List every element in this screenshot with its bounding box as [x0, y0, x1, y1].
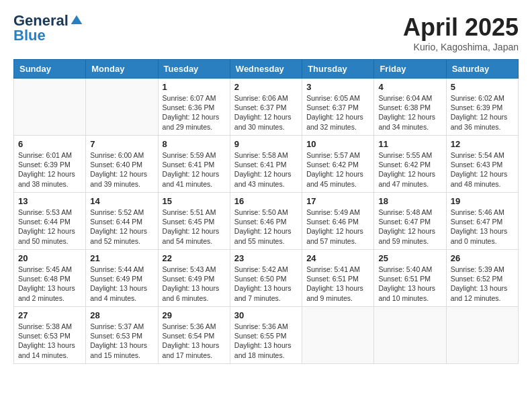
calendar-cell: 13Sunrise: 5:53 AM Sunset: 6:44 PM Dayli… — [14, 193, 86, 250]
calendar-cell: 19Sunrise: 5:46 AM Sunset: 6:47 PM Dayli… — [446, 193, 518, 250]
day-info: Sunrise: 6:07 AM Sunset: 6:36 PM Dayligh… — [163, 93, 226, 132]
day-number: 8 — [163, 139, 226, 149]
day-info: Sunrise: 5:59 AM Sunset: 6:41 PM Dayligh… — [163, 150, 226, 189]
calendar-cell: 26Sunrise: 5:39 AM Sunset: 6:52 PM Dayli… — [446, 250, 518, 307]
day-number: 27 — [18, 310, 81, 320]
day-number: 4 — [378, 82, 441, 92]
day-number: 20 — [18, 253, 81, 263]
day-info: Sunrise: 5:55 AM Sunset: 6:42 PM Dayligh… — [378, 150, 441, 189]
calendar-cell: 15Sunrise: 5:51 AM Sunset: 6:45 PM Dayli… — [158, 193, 230, 250]
calendar-cell: 17Sunrise: 5:49 AM Sunset: 6:46 PM Dayli… — [302, 193, 374, 250]
day-of-week-header: Tuesday — [158, 60, 230, 79]
day-of-week-header: Monday — [86, 60, 158, 79]
subtitle: Kurio, Kagoshima, Japan — [403, 42, 519, 52]
day-number: 2 — [234, 82, 298, 92]
calendar-cell: 24Sunrise: 5:41 AM Sunset: 6:51 PM Dayli… — [302, 250, 374, 307]
day-info: Sunrise: 5:52 AM Sunset: 6:44 PM Dayligh… — [90, 208, 153, 246]
logo-blue-text: Blue — [13, 27, 46, 44]
day-info: Sunrise: 5:58 AM Sunset: 6:41 PM Dayligh… — [234, 150, 298, 189]
calendar-cell — [14, 79, 86, 136]
day-of-week-header: Saturday — [446, 60, 518, 79]
month-title: April 2025 — [403, 13, 519, 42]
day-info: Sunrise: 5:42 AM Sunset: 6:50 PM Dayligh… — [234, 265, 298, 303]
calendar-cell: 8Sunrise: 5:59 AM Sunset: 6:41 PM Daylig… — [158, 136, 230, 193]
day-number: 23 — [234, 253, 298, 263]
calendar-cell: 2Sunrise: 6:06 AM Sunset: 6:37 PM Daylig… — [230, 79, 302, 136]
calendar-cell: 28Sunrise: 5:37 AM Sunset: 6:53 PM Dayli… — [86, 307, 158, 364]
calendar-cell: 7Sunrise: 6:00 AM Sunset: 6:40 PM Daylig… — [86, 136, 158, 193]
title-section: April 2025 Kurio, Kagoshima, Japan — [403, 13, 519, 52]
calendar-cell: 6Sunrise: 6:01 AM Sunset: 6:39 PM Daylig… — [14, 136, 86, 193]
calendar-cell: 9Sunrise: 5:58 AM Sunset: 6:41 PM Daylig… — [230, 136, 302, 193]
calendar-cell: 14Sunrise: 5:52 AM Sunset: 6:44 PM Dayli… — [86, 193, 158, 250]
day-number: 19 — [451, 196, 514, 206]
calendar-cell: 5Sunrise: 6:02 AM Sunset: 6:39 PM Daylig… — [446, 79, 518, 136]
day-number: 10 — [306, 139, 369, 149]
day-info: Sunrise: 6:04 AM Sunset: 6:38 PM Dayligh… — [378, 93, 441, 132]
day-info: Sunrise: 5:37 AM Sunset: 6:53 PM Dayligh… — [90, 322, 153, 360]
logo: General Blue — [13, 13, 83, 44]
day-number: 11 — [378, 139, 441, 149]
day-number: 24 — [306, 253, 369, 263]
calendar-cell: 11Sunrise: 5:55 AM Sunset: 6:42 PM Dayli… — [374, 136, 446, 193]
day-number: 21 — [90, 253, 153, 263]
day-number: 13 — [18, 196, 81, 206]
day-info: Sunrise: 5:51 AM Sunset: 6:45 PM Dayligh… — [163, 208, 226, 246]
calendar-cell: 22Sunrise: 5:43 AM Sunset: 6:49 PM Dayli… — [158, 250, 230, 307]
day-info: Sunrise: 5:43 AM Sunset: 6:49 PM Dayligh… — [163, 265, 226, 303]
calendar-cell: 20Sunrise: 5:45 AM Sunset: 6:48 PM Dayli… — [14, 250, 86, 307]
logo-icon — [70, 14, 83, 28]
day-info: Sunrise: 5:57 AM Sunset: 6:42 PM Dayligh… — [306, 150, 369, 189]
calendar-week-row: 13Sunrise: 5:53 AM Sunset: 6:44 PM Dayli… — [14, 193, 519, 250]
calendar-cell: 4Sunrise: 6:04 AM Sunset: 6:38 PM Daylig… — [374, 79, 446, 136]
calendar-week-row: 27Sunrise: 5:38 AM Sunset: 6:53 PM Dayli… — [14, 307, 519, 364]
day-info: Sunrise: 6:00 AM Sunset: 6:40 PM Dayligh… — [90, 150, 153, 189]
day-of-week-header: Wednesday — [230, 60, 302, 79]
day-info: Sunrise: 5:45 AM Sunset: 6:48 PM Dayligh… — [18, 265, 81, 303]
day-info: Sunrise: 5:50 AM Sunset: 6:46 PM Dayligh… — [234, 208, 298, 246]
day-info: Sunrise: 5:54 AM Sunset: 6:43 PM Dayligh… — [451, 150, 514, 189]
calendar-cell: 16Sunrise: 5:50 AM Sunset: 6:46 PM Dayli… — [230, 193, 302, 250]
day-info: Sunrise: 6:05 AM Sunset: 6:37 PM Dayligh… — [306, 93, 369, 132]
calendar-cell — [86, 79, 158, 136]
calendar-cell: 3Sunrise: 6:05 AM Sunset: 6:37 PM Daylig… — [302, 79, 374, 136]
day-info: Sunrise: 5:38 AM Sunset: 6:53 PM Dayligh… — [18, 322, 81, 360]
calendar-week-row: 6Sunrise: 6:01 AM Sunset: 6:39 PM Daylig… — [14, 136, 519, 193]
day-number: 15 — [163, 196, 226, 206]
day-number: 16 — [234, 196, 298, 206]
calendar-cell: 12Sunrise: 5:54 AM Sunset: 6:43 PM Dayli… — [446, 136, 518, 193]
day-info: Sunrise: 5:53 AM Sunset: 6:44 PM Dayligh… — [18, 208, 81, 246]
day-info: Sunrise: 5:36 AM Sunset: 6:54 PM Dayligh… — [163, 322, 226, 360]
calendar-cell: 25Sunrise: 5:40 AM Sunset: 6:51 PM Dayli… — [374, 250, 446, 307]
logo-general-text: General — [13, 13, 69, 28]
calendar-week-row: 20Sunrise: 5:45 AM Sunset: 6:48 PM Dayli… — [14, 250, 519, 307]
day-number: 6 — [18, 139, 81, 149]
day-info: Sunrise: 5:46 AM Sunset: 6:47 PM Dayligh… — [451, 208, 514, 246]
day-number: 22 — [163, 253, 226, 263]
day-info: Sunrise: 5:41 AM Sunset: 6:51 PM Dayligh… — [306, 265, 369, 303]
day-number: 17 — [306, 196, 369, 206]
day-number: 28 — [90, 310, 153, 320]
calendar-header-row: SundayMondayTuesdayWednesdayThursdayFrid… — [14, 60, 519, 79]
calendar-cell: 1Sunrise: 6:07 AM Sunset: 6:36 PM Daylig… — [158, 79, 230, 136]
day-number: 1 — [163, 82, 226, 92]
day-number: 7 — [90, 139, 153, 149]
calendar-cell — [446, 307, 518, 364]
day-of-week-header: Friday — [374, 60, 446, 79]
calendar-cell: 29Sunrise: 5:36 AM Sunset: 6:54 PM Dayli… — [158, 307, 230, 364]
day-info: Sunrise: 6:06 AM Sunset: 6:37 PM Dayligh… — [234, 93, 298, 132]
day-info: Sunrise: 5:44 AM Sunset: 6:49 PM Dayligh… — [90, 265, 153, 303]
calendar-cell: 23Sunrise: 5:42 AM Sunset: 6:50 PM Dayli… — [230, 250, 302, 307]
day-number: 3 — [306, 82, 369, 92]
day-number: 29 — [163, 310, 226, 320]
day-number: 18 — [378, 196, 441, 206]
calendar-cell: 27Sunrise: 5:38 AM Sunset: 6:53 PM Dayli… — [14, 307, 86, 364]
calendar: SundayMondayTuesdayWednesdayThursdayFrid… — [13, 59, 519, 364]
day-number: 14 — [90, 196, 153, 206]
calendar-cell — [374, 307, 446, 364]
day-number: 25 — [378, 253, 441, 263]
day-number: 5 — [451, 82, 514, 92]
day-info: Sunrise: 5:49 AM Sunset: 6:46 PM Dayligh… — [306, 208, 369, 246]
day-of-week-header: Thursday — [302, 60, 374, 79]
calendar-week-row: 1Sunrise: 6:07 AM Sunset: 6:36 PM Daylig… — [14, 79, 519, 136]
